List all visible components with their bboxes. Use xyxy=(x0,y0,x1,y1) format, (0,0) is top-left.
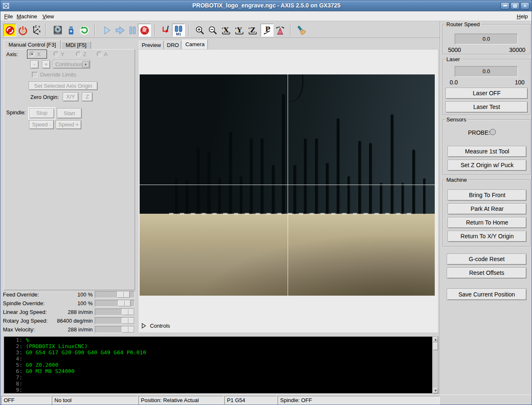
spindle-start-button[interactable]: Start xyxy=(57,108,82,119)
minimize-button[interactable] xyxy=(500,2,510,10)
camera-artifact xyxy=(286,74,303,102)
gcode-line: 8: xyxy=(4,380,432,387)
jog-minus-button[interactable]: - xyxy=(30,60,39,69)
axis-a-label: A xyxy=(104,51,108,57)
gcode-line: 1:% xyxy=(4,337,432,343)
reload-file-button[interactable] xyxy=(79,25,90,36)
axis-x-radio[interactable] xyxy=(30,52,34,57)
menu-view[interactable]: View xyxy=(40,13,56,20)
axis-y-label: Y xyxy=(61,51,64,57)
ruler-tick xyxy=(272,165,274,214)
zoom-in-button[interactable] xyxy=(194,25,206,36)
tab-dro[interactable]: DRO xyxy=(165,41,181,49)
tab-manual-control[interactable]: Manual Control [F3] xyxy=(4,40,61,49)
menu-machine[interactable]: Machine xyxy=(15,13,39,20)
view-z-button[interactable]: Z xyxy=(247,25,259,36)
feed-override-label: Feed Override: xyxy=(3,291,39,298)
view-y-icon: Y xyxy=(234,25,245,36)
laser-min: 0.0 xyxy=(450,79,458,86)
spindle-stop-button[interactable]: Stop xyxy=(29,108,54,119)
override-limits-checkbox[interactable] xyxy=(32,72,37,77)
zero-z-button[interactable]: Z xyxy=(82,92,93,101)
probe-label: PROBE: xyxy=(468,129,490,136)
laser-test-button[interactable]: Laser Test xyxy=(446,101,528,113)
toolbar-separator xyxy=(188,24,189,36)
gcode-line: 4: xyxy=(4,356,432,362)
spindle-override-slider[interactable] xyxy=(95,300,135,307)
axis-y-radio[interactable] xyxy=(54,52,59,57)
home-axes-button[interactable]: Z Y X xyxy=(30,25,41,36)
pause-icon xyxy=(128,25,138,35)
laser-off-button[interactable]: Laser OFF xyxy=(446,88,528,99)
spindle-speed-minus-button[interactable]: Speed - xyxy=(29,120,54,129)
titlebar[interactable]: PROBOTIX_logo_engrave.ngc - AXIS 2.5.0 o… xyxy=(0,0,532,11)
linear-jog-speed-value: 288 in/min xyxy=(68,309,93,315)
rotary-jog-speed-slider[interactable] xyxy=(95,317,135,324)
svg-text:/: / xyxy=(167,25,169,32)
slider-handle[interactable] xyxy=(118,300,131,306)
mdi-mode-button[interactable]: M1 xyxy=(172,24,185,37)
maximize-button[interactable] xyxy=(510,2,520,10)
park-at-rear-button[interactable]: Park At Rear xyxy=(448,203,527,215)
slider-handle[interactable] xyxy=(117,291,130,298)
return-to-home-button[interactable]: Return To Home xyxy=(448,217,527,228)
return-to-xy-origin-button[interactable]: Return To X/Y Origin xyxy=(448,231,527,242)
zoom-out-button[interactable] xyxy=(207,25,219,36)
tab-camera[interactable]: Camera xyxy=(182,40,208,49)
jog-increment-select[interactable]: Continuous ▼ xyxy=(53,60,90,69)
set-z-origin-puck-button[interactable]: Set Z Origin w/ Puck xyxy=(448,160,527,171)
close-icon: ✕ xyxy=(523,3,527,8)
gcode-reset-button[interactable]: G-code Reset xyxy=(447,254,527,265)
gcode-line-text: G0 M3 M8 S24000 xyxy=(26,368,74,374)
crosshair-vertical xyxy=(288,74,288,296)
pause-program-button[interactable] xyxy=(127,25,138,36)
clear-plot-button[interactable] xyxy=(296,25,307,36)
stop-icon xyxy=(140,25,150,35)
svg-text:X: X xyxy=(224,26,229,34)
linear-jog-speed-slider[interactable] xyxy=(95,309,135,316)
reload-tool-table-button[interactable] xyxy=(65,25,77,36)
ruler-tick xyxy=(347,176,350,214)
reset-offsets-button[interactable]: Reset Offsets xyxy=(447,267,527,279)
step-program-button[interactable] xyxy=(114,25,126,36)
max-velocity-slider[interactable] xyxy=(95,326,135,333)
camera-controls-expander[interactable]: Controls xyxy=(141,323,170,330)
run-from-line-button[interactable]: / xyxy=(160,25,172,36)
jog-plus-button[interactable]: + xyxy=(42,60,50,69)
stop-program-button[interactable] xyxy=(138,24,151,37)
tab-preview[interactable]: Preview xyxy=(139,41,164,49)
estop-button[interactable] xyxy=(3,24,16,37)
axis-z-radio[interactable] xyxy=(76,52,81,57)
scroll-down-icon[interactable]: ▼ xyxy=(433,388,438,393)
gcode-listing[interactable]: 1:%2:(PROBOTIX LinuxCNC)3:G0 G54 G17 G20… xyxy=(4,336,433,394)
close-button[interactable]: ✕ xyxy=(520,2,530,10)
run-program-button[interactable] xyxy=(101,25,113,36)
slider-handle[interactable] xyxy=(122,309,134,315)
bring-to-front-button[interactable]: Bring To Front xyxy=(448,190,527,201)
scrollbar-thumb[interactable] xyxy=(433,343,438,350)
rotate-view-button[interactable] xyxy=(274,25,286,36)
measure-first-tool-button[interactable]: Measure 1st Tool xyxy=(448,146,527,157)
scroll-up-icon[interactable]: ▲ xyxy=(433,337,438,342)
spindle-speed-plus-button[interactable]: Speed + xyxy=(56,120,81,129)
axis-z-label: Z xyxy=(83,51,86,57)
view-y-button[interactable]: Y xyxy=(234,25,245,36)
feed-override-slider[interactable] xyxy=(95,291,135,298)
slider-handle[interactable] xyxy=(122,326,134,333)
zero-xy-button[interactable]: X/Y xyxy=(63,92,79,101)
estop-icon xyxy=(5,25,15,35)
machine-power-button[interactable] xyxy=(17,25,29,36)
menu-file[interactable]: File xyxy=(2,13,15,20)
axis-a-radio[interactable] xyxy=(97,52,102,57)
tab-mdi[interactable]: MDI [F5] xyxy=(61,41,91,49)
save-current-position-button[interactable]: Save Current Position xyxy=(447,289,527,300)
view-perspective-button[interactable]: P xyxy=(261,24,273,37)
gcode-scrollbar[interactable]: ▲ ▼ xyxy=(433,336,438,394)
slider-handle[interactable] xyxy=(122,318,134,324)
set-axis-origin-button[interactable]: Set Selected Axis Origin xyxy=(29,81,98,90)
view-x-button[interactable]: X xyxy=(220,25,232,36)
open-file-button[interactable] xyxy=(52,25,64,36)
zero-origin-label: Zero Origin: xyxy=(30,94,59,100)
gcode-line-number: 5: xyxy=(4,362,22,368)
menu-help[interactable]: Help xyxy=(515,13,530,20)
